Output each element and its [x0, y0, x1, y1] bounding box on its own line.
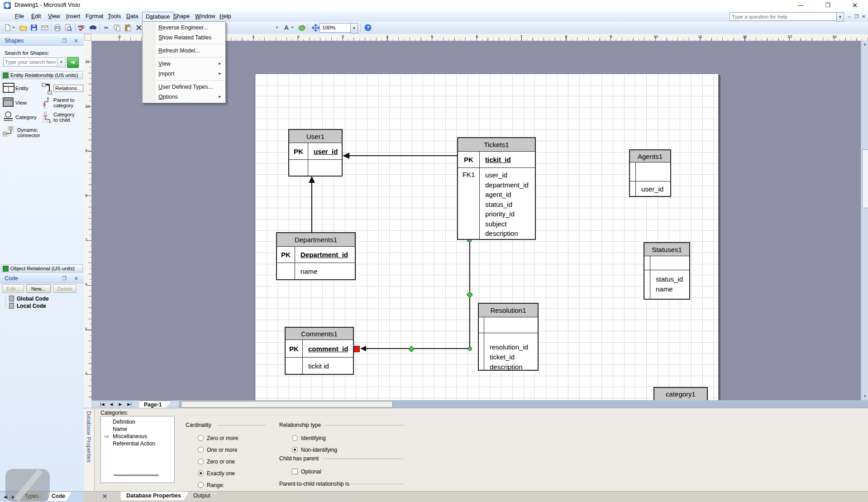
shapes-maximize-icon[interactable]: ❒	[60, 36, 69, 46]
scroll-up-icon[interactable]: ▲	[861, 41, 868, 48]
connector-departments-user[interactable]	[311, 182, 312, 232]
er-table-resolution1[interactable]: Resolution1 resolution_id ticket_id desc…	[478, 303, 539, 371]
font-dropdown-icon[interactable]: ▾	[291, 25, 293, 29]
shape-category-to-child[interactable]: Category to child	[42, 111, 82, 124]
menu-item-import[interactable]: Import►	[143, 69, 225, 79]
panel-close-icon[interactable]: ✕	[101, 492, 109, 500]
spelling-icon[interactable]: ABC	[77, 23, 87, 33]
code-delete-button[interactable]: Delete	[53, 284, 76, 293]
paste-icon[interactable]	[123, 23, 133, 33]
menu-edit[interactable]: Edit	[28, 12, 44, 21]
er-table-title[interactable]: Resolution1	[479, 304, 538, 317]
radio-exactly-one[interactable]	[198, 470, 204, 476]
search-dropdown-icon[interactable]: ▼	[57, 57, 66, 67]
radio-zero-or-more[interactable]	[198, 435, 204, 441]
er-table-title[interactable]: Comments1	[286, 328, 353, 340]
code-edit-button[interactable]: Edit...	[2, 284, 24, 293]
optional-checkbox[interactable]	[292, 469, 298, 474]
menu-insert[interactable]: Insert	[63, 12, 83, 21]
menu-help[interactable]: Help	[216, 12, 234, 21]
radio-non-identifying[interactable]	[292, 447, 298, 453]
radio-range[interactable]	[198, 482, 204, 488]
help-dropdown-icon[interactable]: ▼	[836, 12, 844, 22]
zoom-dropdown-icon[interactable]: ▼	[350, 23, 358, 33]
radio-one-or-more[interactable]	[198, 447, 204, 453]
vertical-scrollbar-thumb[interactable]	[862, 149, 868, 208]
tree-item-local-code[interactable]: Local Code	[9, 303, 46, 309]
connector-tickets-comments-horizontal[interactable]	[366, 348, 470, 349]
menu-tools[interactable]: Tools	[105, 12, 124, 21]
close-button[interactable]: ✕	[847, 0, 863, 11]
listbox-scrollbar-thumb[interactable]	[114, 474, 159, 476]
er-table-title[interactable]: User1	[289, 130, 342, 143]
next-page-icon[interactable]: ▶	[116, 402, 125, 407]
shape-category[interactable]: Category	[2, 111, 41, 124]
connector-vertex-handle[interactable]	[468, 347, 472, 351]
minimize-button[interactable]: —	[793, 0, 808, 11]
menu-window[interactable]: Window	[192, 12, 218, 21]
open-folder-icon[interactable]	[18, 23, 28, 33]
menu-database[interactable]: Database	[142, 12, 174, 22]
er-table-title[interactable]: category1	[654, 388, 707, 400]
er-table-statuses1[interactable]: Statuses1 status_id name	[644, 242, 690, 300]
ellipse-tool-icon[interactable]	[297, 23, 307, 33]
connector-endpoint-glued-handle[interactable]	[353, 346, 360, 352]
new-dropdown-icon[interactable]: ▾	[13, 25, 14, 29]
horizontal-scrollbar[interactable]	[179, 401, 868, 408]
er-table-agents1[interactable]: Agents1 user_id	[629, 149, 671, 197]
restore-button[interactable]: ❐	[820, 0, 835, 11]
er-table-title[interactable]: Agents1	[630, 150, 670, 163]
categories-listbox[interactable]: Definition Name ⇨ Miscellaneous Referent…	[100, 416, 175, 483]
menu-item-user-defined-types[interactable]: User Defined Types...	[143, 82, 225, 92]
mail-icon[interactable]	[40, 23, 50, 33]
er-table-title[interactable]: Departments1	[277, 233, 355, 247]
er-table-comments1[interactable]: Comments1 PK comment_id tickit id	[285, 327, 354, 375]
first-page-icon[interactable]: |◀	[98, 402, 107, 407]
code-maximize-icon[interactable]: ❒	[60, 274, 69, 283]
menu-item-show-related-tables[interactable]: Show Related Tables	[143, 33, 225, 43]
stencil-object-relational[interactable]: Object Relational (US units)	[1, 264, 83, 273]
cut-icon[interactable]: ✂	[101, 23, 111, 33]
horizontal-scrollbar-thumb[interactable]	[181, 401, 393, 408]
radio-identifying[interactable]	[292, 435, 298, 441]
tab-code[interactable]: Code	[48, 492, 72, 501]
menu-format[interactable]: Format	[82, 12, 107, 21]
menu-file[interactable]: File	[12, 12, 27, 21]
er-table-user1[interactable]: User1 PK user_id	[288, 129, 343, 177]
find-icon[interactable]	[88, 23, 98, 33]
search-go-button[interactable]: ➔	[67, 57, 79, 68]
code-close-icon[interactable]: ✕	[72, 274, 81, 283]
font-color-button[interactable]: A	[281, 23, 291, 33]
category-definition[interactable]: Definition	[113, 419, 135, 425]
shape-entity[interactable]: Entity	[2, 82, 41, 96]
database-properties-strip[interactable]: Database Properties	[84, 408, 95, 502]
menu-shape[interactable]: Shape	[170, 12, 193, 21]
er-table-title[interactable]: Statuses1	[644, 243, 689, 256]
shape-dynamic-connector[interactable]: Dynamic connector	[2, 125, 56, 140]
connector-tickets-user[interactable]	[349, 155, 457, 156]
zoom-level-combobox[interactable]: 100%	[320, 23, 353, 33]
last-page-icon[interactable]: ▶|	[125, 402, 134, 407]
menu-item-refresh-model[interactable]: Refresh Model...	[143, 46, 225, 56]
er-table-departments1[interactable]: Departments1 PK Department_id name	[276, 232, 356, 280]
help-icon[interactable]: ?	[363, 23, 373, 33]
vertical-scrollbar[interactable]: ▲ ▼	[861, 41, 868, 400]
scroll-down-icon[interactable]: ▼	[861, 393, 868, 400]
tab-database-properties[interactable]: Database Properties	[121, 492, 189, 500]
page-tab[interactable]: Page-1	[139, 401, 172, 408]
tree-item-global-code[interactable]: Global Code	[9, 296, 49, 302]
category-name[interactable]: Name	[113, 426, 127, 432]
menu-item-view[interactable]: View►	[143, 59, 225, 69]
er-table-tickets1[interactable]: Tickets1 PK tickit_id FK1 user_id depart…	[457, 137, 536, 240]
category-miscellaneous[interactable]: Miscellaneous	[113, 433, 147, 440]
doc-minimize-button[interactable]: ‒	[846, 13, 853, 20]
shape-relationship[interactable]: Relations...	[42, 82, 82, 96]
category-referential-action[interactable]: Referential Action	[113, 440, 155, 447]
menu-view[interactable]: View	[45, 12, 63, 21]
print-preview-icon[interactable]	[63, 23, 73, 33]
radio-zero-or-one[interactable]	[198, 459, 204, 464]
previous-page-icon[interactable]: ◀	[107, 402, 116, 407]
shape-parent-to-category[interactable]: Parent to category	[42, 96, 82, 110]
print-icon[interactable]	[52, 23, 62, 33]
help-question-input[interactable]	[730, 12, 839, 21]
